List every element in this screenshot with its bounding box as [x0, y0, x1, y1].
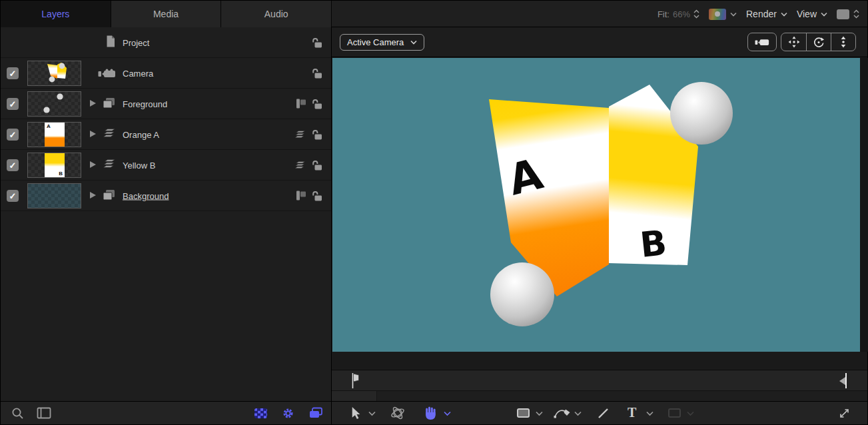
sphere-bottom-left[interactable] — [490, 262, 554, 326]
render-menu[interactable]: Render — [746, 9, 787, 19]
orbit-icon — [813, 36, 825, 48]
shape-tool-menu[interactable] — [536, 411, 543, 416]
disclosure-triangle[interactable] — [90, 192, 96, 199]
pan-tool-menu[interactable] — [444, 411, 451, 416]
pan-hand-tool-button[interactable] — [424, 406, 438, 420]
bezier-tool-button[interactable] — [554, 407, 571, 420]
camera-view-menu[interactable]: Active Camera — [340, 34, 424, 51]
chevron-down-icon — [730, 12, 737, 17]
timeline-upper-strip — [332, 352, 867, 370]
layer-checkbox[interactable]: ✓ — [7, 190, 19, 202]
pan-view-button[interactable] — [781, 33, 806, 51]
select-tool-button[interactable] — [350, 406, 361, 420]
unlock-icon[interactable] — [311, 160, 322, 171]
line-tool-button[interactable] — [597, 407, 610, 420]
timeline-track[interactable] — [332, 370, 867, 391]
stepper-icon — [853, 9, 859, 19]
layer-name: Yellow B — [123, 160, 155, 170]
unlock-icon[interactable] — [311, 68, 322, 79]
channels-menu[interactable] — [709, 9, 737, 20]
project-document-icon — [106, 35, 115, 47]
search-icon[interactable] — [11, 407, 24, 420]
view-menu[interactable]: View — [797, 9, 827, 19]
tab-layers[interactable]: Layers — [1, 1, 111, 27]
disclosure-triangle[interactable] — [90, 100, 96, 107]
camera-view-label: Active Camera — [347, 37, 404, 47]
render-label: Render — [746, 9, 777, 19]
orange-a-thumbnail[interactable]: A — [27, 122, 81, 147]
3d-scene: A B — [332, 58, 860, 352]
layer-checkbox[interactable]: ✓ — [7, 98, 19, 110]
text-tool-button[interactable]: T — [628, 406, 636, 419]
tab-media[interactable]: Media — [111, 1, 222, 27]
group-icon — [102, 189, 116, 201]
dolly-view-button[interactable] — [831, 33, 855, 51]
playhead-marker[interactable] — [351, 373, 360, 389]
display-icon — [837, 9, 849, 19]
view-label: View — [797, 9, 817, 19]
select-tool-menu[interactable] — [368, 411, 376, 416]
mask-tool-menu-disabled — [687, 411, 694, 416]
group-badge-icon[interactable] — [296, 191, 306, 201]
layer-name: Project — [123, 37, 149, 47]
camera-icon — [98, 69, 116, 78]
mask-rectangle-icon — [668, 408, 681, 418]
layer-row-background[interactable]: ✓ Background — [1, 181, 331, 211]
mask-tool-button-disabled — [668, 408, 681, 418]
layer-checkbox[interactable]: ✓ — [7, 129, 19, 141]
canvas-viewport[interactable]: A B — [332, 58, 860, 352]
group-icon — [102, 97, 116, 109]
unlock-icon[interactable] — [311, 191, 322, 201]
layer-row-orange-a[interactable]: ✓ A Orange A — [1, 119, 331, 150]
canvas-toolbar: T — [332, 401, 867, 424]
background-thumbnail[interactable] — [27, 183, 81, 209]
expand-diagonal-icon — [838, 407, 851, 420]
sphere-top-right[interactable] — [670, 82, 733, 145]
layer-name: Foreground — [123, 99, 167, 109]
layer-checkbox[interactable]: ✓ — [7, 159, 19, 171]
yellow-b-thumbnail[interactable]: B — [27, 153, 81, 178]
play-range-end-marker[interactable] — [839, 373, 847, 388]
layers-panel: Project ✓ — [1, 27, 332, 424]
top-bar: Layers Media Audio Fit: 66% Render View — [1, 1, 867, 27]
layer-row-yellow-b[interactable]: ✓ B Yellow B — [1, 150, 331, 181]
layers-stack-icon[interactable] — [308, 407, 323, 419]
layer-row-project[interactable]: Project — [1, 27, 331, 58]
display-selector[interactable] — [837, 9, 859, 19]
group-badge-icon[interactable] — [296, 99, 306, 109]
unlock-icon[interactable] — [311, 99, 322, 109]
layer-checkbox[interactable]: ✓ — [7, 67, 19, 79]
canvas-letter-b: B — [638, 222, 669, 265]
3d-layers-icon — [102, 128, 117, 139]
rectangle-tool-button[interactable] — [517, 408, 530, 418]
zoom-control[interactable]: Fit: 66% — [657, 9, 699, 19]
transparency-checker-icon[interactable] — [254, 408, 267, 418]
layer-row-camera[interactable]: ✓ Camera — [1, 58, 331, 89]
stepper-icon[interactable] — [693, 9, 699, 19]
unlock-icon[interactable] — [311, 129, 322, 140]
layer-row-foreground[interactable]: ✓ Foreground — [1, 89, 331, 119]
tab-audio[interactable]: Audio — [221, 1, 332, 27]
orbit-view-button[interactable] — [806, 33, 831, 51]
hand-icon — [424, 406, 438, 420]
unlock-icon[interactable] — [311, 37, 322, 48]
3d-transform-tool-button[interactable] — [390, 405, 406, 421]
gear-icon[interactable] — [282, 407, 294, 420]
view-toolbar: Fit: 66% Render View — [657, 1, 859, 27]
disclosure-triangle[interactable] — [90, 161, 96, 168]
bezier-tool-menu[interactable] — [574, 411, 582, 416]
frame-view-icon[interactable] — [37, 407, 51, 419]
canvas-header: Active Camera — [332, 27, 867, 57]
foreground-thumbnail[interactable] — [27, 91, 81, 117]
3d-stack-badge-icon[interactable] — [294, 130, 306, 139]
thumb-letter-b: B — [59, 171, 63, 177]
zoom-value: 66% — [673, 9, 690, 19]
3d-stack-badge-icon[interactable] — [294, 161, 306, 170]
text-tool-menu[interactable] — [646, 411, 653, 416]
disclosure-triangle[interactable] — [90, 131, 96, 137]
new-camera-button[interactable] — [747, 33, 777, 51]
motion-window: Layers Media Audio Fit: 66% Render View — [0, 0, 868, 425]
dolly-icon — [839, 36, 848, 48]
camera-thumbnail[interactable] — [27, 61, 81, 86]
expand-button[interactable] — [838, 407, 851, 420]
